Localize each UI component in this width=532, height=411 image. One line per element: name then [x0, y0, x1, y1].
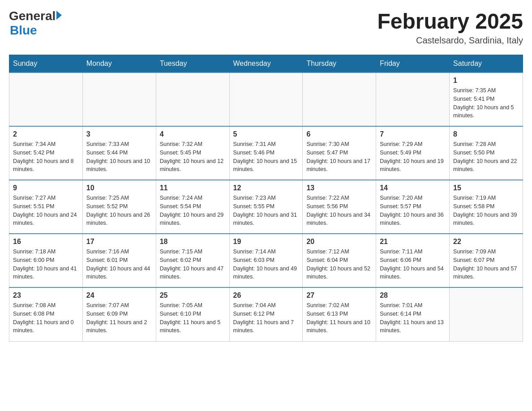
logo-blue-text: Blue [10, 23, 37, 37]
calendar-cell: 12Sunrise: 7:23 AMSunset: 5:55 PMDayligh… [229, 180, 303, 234]
day-number: 15 [453, 184, 519, 192]
calendar-cell [450, 287, 523, 341]
calendar-cell: 26Sunrise: 7:04 AMSunset: 6:12 PMDayligh… [229, 287, 303, 341]
week-row-3: 16Sunrise: 7:18 AMSunset: 6:00 PMDayligh… [9, 234, 523, 287]
calendar-cell: 28Sunrise: 7:01 AMSunset: 6:14 PMDayligh… [376, 287, 450, 341]
day-info: Sunrise: 7:25 AMSunset: 5:52 PMDaylight:… [86, 194, 152, 227]
day-info: Sunrise: 7:14 AMSunset: 6:03 PMDaylight:… [233, 248, 299, 281]
calendar-cell [376, 73, 450, 126]
col-saturday: Saturday [450, 55, 523, 73]
col-thursday: Thursday [303, 55, 376, 73]
calendar-cell: 4Sunrise: 7:32 AMSunset: 5:45 PMDaylight… [156, 126, 229, 180]
day-number: 9 [13, 184, 79, 192]
calendar-cell: 3Sunrise: 7:33 AMSunset: 5:44 PMDaylight… [82, 126, 156, 180]
day-number: 23 [13, 291, 79, 300]
calendar-cell: 21Sunrise: 7:11 AMSunset: 6:06 PMDayligh… [376, 234, 450, 287]
col-monday: Monday [82, 55, 156, 73]
day-info: Sunrise: 7:23 AMSunset: 5:55 PMDaylight:… [233, 194, 299, 227]
day-info: Sunrise: 7:04 AMSunset: 6:12 PMDaylight:… [233, 301, 299, 335]
day-number: 25 [160, 291, 226, 300]
day-info: Sunrise: 7:12 AMSunset: 6:04 PMDaylight:… [306, 248, 372, 281]
day-number: 12 [233, 184, 299, 192]
col-wednesday: Wednesday [229, 55, 303, 73]
calendar-cell [9, 73, 83, 126]
calendar-cell: 24Sunrise: 7:07 AMSunset: 6:09 PMDayligh… [82, 287, 156, 341]
day-number: 26 [233, 291, 299, 300]
day-info: Sunrise: 7:31 AMSunset: 5:46 PMDaylight:… [233, 140, 299, 174]
logo-arrow-icon [56, 11, 62, 20]
calendar-cell: 6Sunrise: 7:30 AMSunset: 5:47 PMDaylight… [303, 126, 376, 180]
calendar-cell: 13Sunrise: 7:22 AMSunset: 5:56 PMDayligh… [303, 180, 376, 234]
calendar-cell: 9Sunrise: 7:27 AMSunset: 5:51 PMDaylight… [9, 180, 83, 234]
calendar-cell: 5Sunrise: 7:31 AMSunset: 5:46 PMDaylight… [229, 126, 303, 180]
day-info: Sunrise: 7:09 AMSunset: 6:07 PMDaylight:… [453, 248, 519, 281]
day-number: 20 [306, 238, 372, 246]
day-number: 27 [306, 291, 372, 300]
day-info: Sunrise: 7:30 AMSunset: 5:47 PMDaylight:… [306, 140, 372, 174]
page-header: General Blue February 2025 Castelsardo, … [9, 9, 523, 46]
col-friday: Friday [376, 55, 450, 73]
day-info: Sunrise: 7:15 AMSunset: 6:02 PMDaylight:… [160, 248, 226, 281]
calendar-cell: 16Sunrise: 7:18 AMSunset: 6:00 PMDayligh… [9, 234, 83, 287]
day-number: 7 [380, 130, 446, 138]
day-info: Sunrise: 7:19 AMSunset: 5:58 PMDaylight:… [453, 194, 519, 227]
day-number: 17 [86, 238, 152, 246]
calendar-cell [156, 73, 229, 126]
logo: General Blue [9, 9, 62, 38]
calendar-header-row: Sunday Monday Tuesday Wednesday Thursday… [9, 55, 523, 73]
day-number: 6 [306, 130, 372, 138]
day-info: Sunrise: 7:01 AMSunset: 6:14 PMDaylight:… [380, 301, 446, 335]
day-number: 13 [306, 184, 372, 192]
logo-general-text: General [9, 9, 56, 23]
day-info: Sunrise: 7:16 AMSunset: 6:01 PMDaylight:… [86, 248, 152, 281]
day-number: 5 [233, 130, 299, 138]
day-number: 3 [86, 130, 152, 138]
col-tuesday: Tuesday [156, 55, 229, 73]
day-number: 28 [380, 291, 446, 300]
title-section: February 2025 Castelsardo, Sardinia, Ita… [377, 9, 523, 46]
calendar-cell: 17Sunrise: 7:16 AMSunset: 6:01 PMDayligh… [82, 234, 156, 287]
calendar-cell: 25Sunrise: 7:05 AMSunset: 6:10 PMDayligh… [156, 287, 229, 341]
day-info: Sunrise: 7:34 AMSunset: 5:42 PMDaylight:… [13, 140, 79, 174]
day-info: Sunrise: 7:11 AMSunset: 6:06 PMDaylight:… [380, 248, 446, 281]
calendar-cell: 20Sunrise: 7:12 AMSunset: 6:04 PMDayligh… [303, 234, 376, 287]
month-title: February 2025 [377, 9, 523, 34]
day-info: Sunrise: 7:28 AMSunset: 5:50 PMDaylight:… [453, 140, 519, 174]
calendar-cell: 15Sunrise: 7:19 AMSunset: 5:58 PMDayligh… [450, 180, 523, 234]
col-sunday: Sunday [9, 55, 83, 73]
day-info: Sunrise: 7:05 AMSunset: 6:10 PMDaylight:… [160, 301, 226, 335]
calendar-cell: 1Sunrise: 7:35 AMSunset: 5:41 PMDaylight… [450, 73, 523, 126]
location: Castelsardo, Sardinia, Italy [377, 35, 523, 46]
week-row-4: 23Sunrise: 7:08 AMSunset: 6:08 PMDayligh… [9, 287, 523, 341]
day-number: 11 [160, 184, 226, 192]
day-number: 14 [380, 184, 446, 192]
calendar-cell: 23Sunrise: 7:08 AMSunset: 6:08 PMDayligh… [9, 287, 83, 341]
calendar-cell: 22Sunrise: 7:09 AMSunset: 6:07 PMDayligh… [450, 234, 523, 287]
day-info: Sunrise: 7:07 AMSunset: 6:09 PMDaylight:… [86, 301, 152, 335]
calendar-cell [82, 73, 156, 126]
day-number: 21 [380, 238, 446, 246]
calendar-cell: 8Sunrise: 7:28 AMSunset: 5:50 PMDaylight… [450, 126, 523, 180]
calendar-table: Sunday Monday Tuesday Wednesday Thursday… [9, 55, 523, 342]
calendar-cell: 14Sunrise: 7:20 AMSunset: 5:57 PMDayligh… [376, 180, 450, 234]
day-info: Sunrise: 7:22 AMSunset: 5:56 PMDaylight:… [306, 194, 372, 227]
day-number: 1 [453, 77, 519, 85]
day-info: Sunrise: 7:02 AMSunset: 6:13 PMDaylight:… [306, 301, 372, 335]
day-info: Sunrise: 7:32 AMSunset: 5:45 PMDaylight:… [160, 140, 226, 174]
day-info: Sunrise: 7:24 AMSunset: 5:54 PMDaylight:… [160, 194, 226, 227]
day-number: 2 [13, 130, 79, 138]
day-info: Sunrise: 7:33 AMSunset: 5:44 PMDaylight:… [86, 140, 152, 174]
week-row-1: 2Sunrise: 7:34 AMSunset: 5:42 PMDaylight… [9, 126, 523, 180]
day-number: 16 [13, 238, 79, 246]
calendar-cell [303, 73, 376, 126]
day-info: Sunrise: 7:27 AMSunset: 5:51 PMDaylight:… [13, 194, 79, 227]
day-number: 22 [453, 238, 519, 246]
calendar-cell: 10Sunrise: 7:25 AMSunset: 5:52 PMDayligh… [82, 180, 156, 234]
day-number: 4 [160, 130, 226, 138]
day-info: Sunrise: 7:35 AMSunset: 5:41 PMDaylight:… [453, 86, 519, 120]
day-info: Sunrise: 7:20 AMSunset: 5:57 PMDaylight:… [380, 194, 446, 227]
calendar-cell: 19Sunrise: 7:14 AMSunset: 6:03 PMDayligh… [229, 234, 303, 287]
day-number: 19 [233, 238, 299, 246]
calendar-cell: 11Sunrise: 7:24 AMSunset: 5:54 PMDayligh… [156, 180, 229, 234]
day-number: 18 [160, 238, 226, 246]
